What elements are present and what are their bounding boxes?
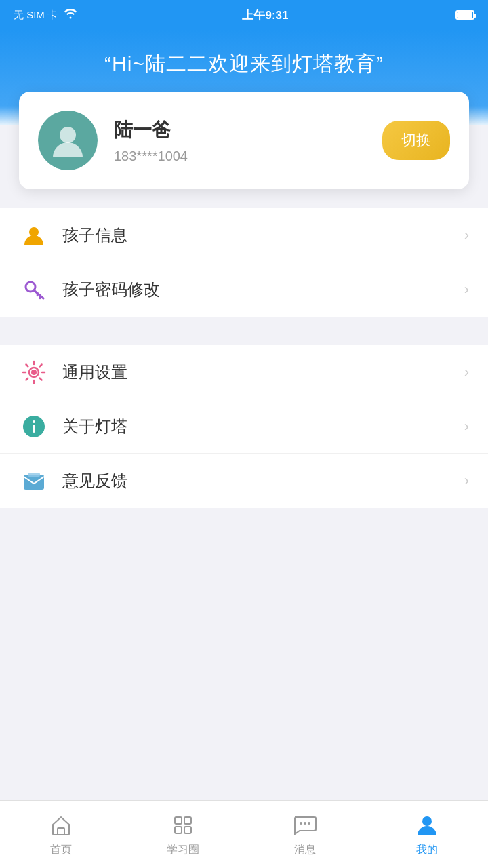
greeting-text: “Hi~陆二二欢迎来到灯塔教育” <box>0 50 488 78</box>
mine-icon <box>413 812 441 839</box>
avatar <box>38 111 98 170</box>
home-icon <box>47 812 75 839</box>
chevron-right-icon: › <box>464 226 469 244</box>
general-settings-label: 通用设置 <box>62 361 464 383</box>
svg-rect-9 <box>33 425 35 433</box>
svg-line-3 <box>34 290 43 298</box>
svg-point-19 <box>308 822 310 825</box>
status-time: 上午9:31 <box>242 7 288 23</box>
profile-info: 陆一爸 183****1004 <box>114 117 382 164</box>
svg-rect-16 <box>184 827 191 833</box>
tab-home[interactable]: 首页 <box>0 812 122 857</box>
svg-rect-13 <box>175 817 182 824</box>
child-info-label: 孩子信息 <box>62 224 464 246</box>
svg-rect-12 <box>58 828 64 835</box>
svg-rect-15 <box>175 827 182 833</box>
tab-messages-label: 消息 <box>294 843 316 857</box>
svg-point-18 <box>304 822 306 825</box>
child-password-label: 孩子密码修改 <box>62 279 464 300</box>
tab-home-label: 首页 <box>50 843 72 857</box>
menu-section-1: 孩子信息 › 孩子密码修改 › <box>0 208 488 317</box>
menu-section-2: 通用设置 › 关于灯塔 › 意见反馈 › <box>0 345 488 508</box>
menu-item-child-info[interactable]: 孩子信息 › <box>0 208 488 262</box>
tab-messages[interactable]: 消息 <box>244 812 366 857</box>
menu-item-child-password[interactable]: 孩子密码修改 › <box>0 262 488 317</box>
svg-rect-10 <box>24 475 44 490</box>
tab-study-circle-label: 学习圈 <box>167 843 199 857</box>
switch-button[interactable]: 切换 <box>382 121 450 160</box>
status-left: 无 SIM 卡 <box>14 8 78 22</box>
about-label: 关于灯塔 <box>62 416 464 437</box>
wifi-icon <box>63 8 78 22</box>
svg-point-6 <box>31 370 37 375</box>
menu-item-about[interactable]: 关于灯塔 › <box>0 399 488 454</box>
chevron-right-icon: › <box>464 472 469 490</box>
svg-point-20 <box>422 816 432 826</box>
feedback-label: 意见反馈 <box>62 470 464 492</box>
message-icon <box>291 812 319 839</box>
menu-item-feedback[interactable]: 意见反馈 › <box>0 454 488 508</box>
info-icon <box>19 412 49 441</box>
tab-mine-label: 我的 <box>416 843 438 857</box>
svg-point-0 <box>60 127 76 143</box>
person-icon <box>19 220 49 250</box>
status-right <box>453 10 474 20</box>
tab-bar: 首页 学习圈 消息 <box>0 800 488 868</box>
svg-point-17 <box>300 822 302 825</box>
svg-point-1 <box>29 227 39 237</box>
svg-rect-11 <box>28 473 40 477</box>
key-icon <box>19 275 49 304</box>
chevron-right-icon: › <box>464 281 469 298</box>
profile-phone: 183****1004 <box>114 149 382 164</box>
profile-name: 陆一爸 <box>114 117 382 143</box>
menu-divider <box>0 317 488 326</box>
profile-card: 陆一爸 183****1004 切换 <box>19 92 469 189</box>
chevron-right-icon: › <box>464 418 469 435</box>
svg-rect-14 <box>184 817 191 824</box>
svg-point-8 <box>33 420 35 423</box>
status-bar: 无 SIM 卡 上午9:31 <box>0 0 488 30</box>
mail-icon <box>19 466 49 496</box>
no-sim-text: 无 SIM 卡 <box>14 9 58 22</box>
menu-item-general-settings[interactable]: 通用设置 › <box>0 345 488 399</box>
battery-icon <box>455 10 474 20</box>
chevron-right-icon: › <box>464 363 469 381</box>
gear-icon <box>19 357 49 387</box>
tab-study-circle[interactable]: 学习圈 <box>122 812 244 857</box>
study-circle-icon <box>169 812 197 839</box>
tab-mine[interactable]: 我的 <box>366 812 488 857</box>
